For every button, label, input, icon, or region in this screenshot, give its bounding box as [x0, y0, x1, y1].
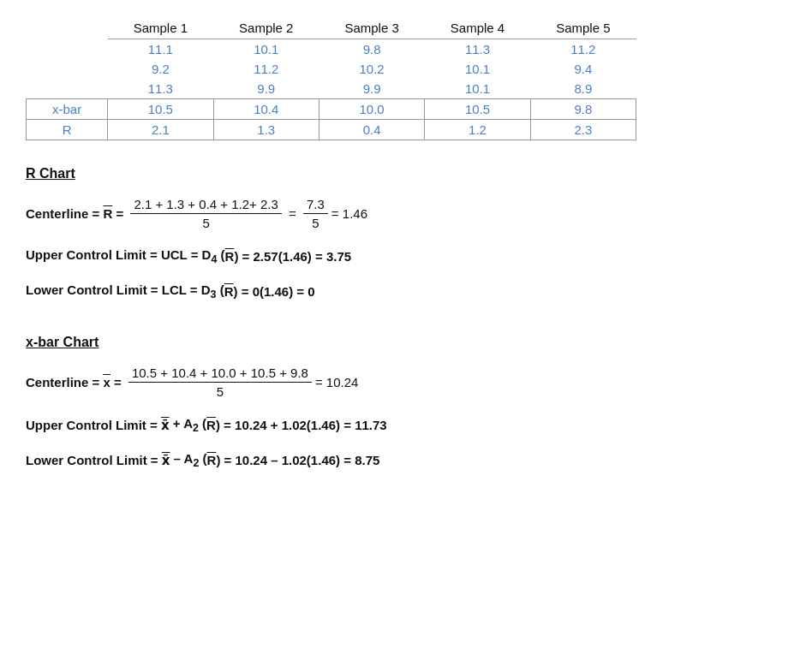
cell-r2-s2: 11.2: [213, 59, 319, 79]
cell-r3-s3: 9.9: [319, 79, 424, 99]
r-s2: 1.3: [213, 120, 319, 140]
ucl-sub: 4: [211, 253, 217, 265]
cell-r1-s5: 11.2: [530, 39, 636, 60]
r-chart-ucl: Upper Control Limit = UCL = D4 ( R ) = 2…: [26, 247, 786, 265]
lcl-rbar: R: [224, 284, 234, 299]
cell-r3-s1: 11.3: [108, 79, 213, 99]
r-centerline-result: = 1.46: [331, 206, 367, 221]
xbar-lcl-result: ) = 10.24 – 1.02(1.46) = 8.75: [216, 453, 379, 467]
xbar-chart-ucl: Upper Control Limit = x̄ + A2 ( R ) = 10…: [26, 416, 786, 434]
data-table-section: Sample 1 Sample 2 Sample 3 Sample 4 Samp…: [26, 17, 786, 140]
col-header-sample5: Sample 5: [530, 17, 636, 39]
r-s5: 2.3: [530, 120, 636, 140]
rbar-symbol: R: [103, 206, 112, 221]
cell-r3-s4: 10.1: [425, 79, 530, 99]
cell-r2-s3: 10.2: [319, 59, 424, 79]
r-chart-lcl: Lower Control Limit = LCL = D3 ( R ) = 0…: [26, 282, 786, 300]
xbar-ucl-xdbar: x̄: [161, 418, 170, 433]
ucl-formula-end: ) = 2.57(1.46) = 3.75: [234, 249, 351, 264]
xbar-eq1: =: [110, 375, 125, 389]
xbar-double-bar: x: [103, 375, 110, 389]
ucl-rbar: R: [225, 249, 235, 264]
r-s1: 2.1: [108, 120, 213, 140]
xbar-chart-section: x-bar Chart Centerline = x = 10.5 + 10.4…: [26, 335, 786, 469]
xbar-ucl-sub: 2: [193, 422, 199, 434]
col-header-sample4: Sample 4: [425, 17, 530, 39]
r-chart-centerline: Centerline = R = 2.1 + 1.3 + 0.4 + 1.2+ …: [26, 197, 786, 230]
table-row: 9.2 11.2 10.2 10.1 9.4: [27, 59, 636, 79]
col-header-sample2: Sample 2: [213, 17, 319, 39]
xbar-chart-centerline: Centerline = x = 10.5 + 10.4 + 10.0 + 10…: [26, 366, 786, 399]
xbar-ucl-label: Upper Control Limit =: [26, 418, 161, 432]
cell-r2-s5: 9.4: [530, 59, 636, 79]
table-row: 11.1 10.1 9.8 11.3 11.2: [27, 39, 636, 60]
centerline-label: Centerline =: [26, 206, 103, 221]
r-denominator: 5: [199, 214, 212, 230]
xbar-centerline-label: Centerline =: [26, 375, 103, 389]
cell-r3-s2: 9.9: [213, 79, 319, 99]
xbar-lcl-sub: 2: [193, 457, 199, 469]
ucl-label: Upper Control Limit = UCL = D4 (: [26, 247, 225, 265]
lcl-sub: 3: [211, 288, 217, 300]
table-row: 11.3 9.9 9.9 10.1 8.9: [27, 79, 636, 99]
col-header-sample1: Sample 1: [108, 17, 213, 39]
col-header-sample3: Sample 3: [319, 17, 424, 39]
cell-r2-s1: 9.2: [108, 59, 213, 79]
xbar-s3: 10.0: [319, 99, 424, 120]
r-numerator: 2.1 + 1.3 + 0.4 + 1.2+ 2.3: [130, 197, 281, 214]
xbar-s5: 9.8: [530, 99, 636, 120]
xbar-lcl-rbar: R: [207, 453, 217, 467]
cell-r3-s5: 8.9: [530, 79, 636, 99]
lcl-formula-end: ) = 0(1.46) = 0: [234, 284, 315, 299]
xbar-ucl-rbar: R: [206, 418, 216, 432]
xbar-chart-title: x-bar Chart: [26, 335, 786, 350]
xbar-centerline-result: = 10.24: [315, 375, 358, 389]
sample-data-table: Sample 1 Sample 2 Sample 3 Sample 4 Samp…: [26, 17, 636, 140]
xbar-ucl-a2: + A2 (: [170, 416, 207, 434]
r-row: R 2.1 1.3 0.4 1.2 2.3: [27, 120, 636, 140]
r-row-label: R: [27, 120, 108, 140]
cell-r1-s1: 11.1: [108, 39, 213, 60]
cell-r1-s2: 10.1: [213, 39, 319, 60]
xbar-lcl-label: Lower Control Limit =: [26, 453, 162, 467]
r-num2: 7.3: [303, 197, 328, 214]
r-chart-section: R Chart Centerline = R = 2.1 + 1.3 + 0.4…: [26, 166, 786, 300]
lcl-label: Lower Control Limit = LCL = D3 (: [26, 282, 224, 300]
cell-r2-s4: 10.1: [425, 59, 530, 79]
xbar-s2: 10.4: [213, 99, 319, 120]
xbar-lcl-xdbar: x̄: [162, 453, 170, 468]
r-s3: 0.4: [319, 120, 424, 140]
xbar-chart-lcl: Lower Control Limit = x̄ – A2 ( R ) = 10…: [26, 451, 786, 469]
r-s4: 1.2: [425, 120, 530, 140]
xbar-ucl-result: ) = 10.24 + 1.02(1.46) = 11.73: [216, 418, 387, 432]
xbar-centerline-fraction: 10.5 + 10.4 + 10.0 + 10.5 + 9.8 5: [128, 366, 312, 399]
xbar-denominator: 5: [213, 383, 227, 399]
equals-2: =: [285, 206, 300, 221]
cell-r1-s4: 11.3: [425, 39, 530, 60]
r-centerline-fraction2: 7.3 5: [303, 197, 328, 230]
xbar-s4: 10.5: [425, 99, 530, 120]
cell-r1-s3: 9.8: [319, 39, 424, 60]
xbar-row-label: x-bar: [27, 99, 108, 120]
r-centerline-fraction: 2.1 + 1.3 + 0.4 + 1.2+ 2.3 5: [130, 197, 281, 230]
equals-1: =: [112, 206, 127, 221]
xbar-row: x-bar 10.5 10.4 10.0 10.5 9.8: [27, 99, 636, 120]
xbar-lcl-a2: – A2 (: [170, 451, 206, 469]
r-chart-title: R Chart: [26, 166, 786, 181]
xbar-s1: 10.5: [108, 99, 213, 120]
r-den2: 5: [308, 214, 322, 230]
xbar-numerator: 10.5 + 10.4 + 10.0 + 10.5 + 9.8: [128, 366, 312, 383]
